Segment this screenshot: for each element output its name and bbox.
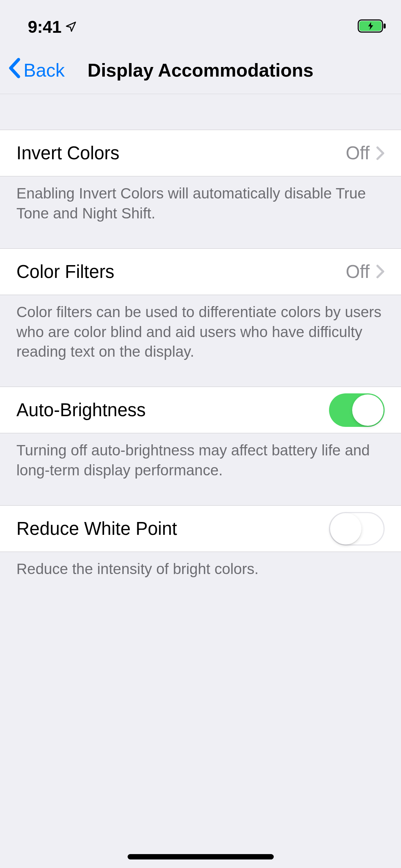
location-services-icon <box>65 21 77 33</box>
color-filters-value: Off <box>346 261 370 282</box>
navigation-bar: Back Display Accommodations <box>0 46 401 94</box>
status-time: 9:41 <box>28 17 61 37</box>
invert-colors-value: Off <box>346 143 370 164</box>
status-left: 9:41 <box>28 17 77 37</box>
svg-rect-2 <box>384 24 386 29</box>
reduce-white-point-footer: Reduce the intensity of bright colors. <box>0 552 401 593</box>
color-filters-label: Color Filters <box>16 261 346 282</box>
invert-colors-footer: Enabling Invert Colors will automaticall… <box>0 176 401 238</box>
auto-brightness-toggle[interactable] <box>329 393 385 427</box>
chevron-left-icon <box>8 57 21 83</box>
settings-content: Invert Colors Off Enabling Invert Colors… <box>0 94 401 593</box>
invert-colors-label: Invert Colors <box>16 143 346 164</box>
auto-brightness-label: Auto-Brightness <box>16 399 329 420</box>
reduce-white-point-label: Reduce White Point <box>16 518 329 539</box>
back-label: Back <box>24 60 65 81</box>
chevron-right-icon <box>376 264 385 279</box>
status-bar: 9:41 <box>0 0 401 46</box>
reduce-white-point-row: Reduce White Point <box>0 505 401 552</box>
auto-brightness-row: Auto-Brightness <box>0 387 401 433</box>
chevron-right-icon <box>376 146 385 160</box>
home-indicator[interactable] <box>128 854 274 859</box>
back-button[interactable]: Back <box>8 57 65 83</box>
invert-colors-row[interactable]: Invert Colors Off <box>0 130 401 176</box>
battery-charging-icon <box>358 19 387 34</box>
color-filters-row[interactable]: Color Filters Off <box>0 248 401 295</box>
page-title: Display Accommodations <box>88 60 314 81</box>
status-right <box>358 19 387 34</box>
auto-brightness-footer: Turning off auto-brightness may affect b… <box>0 433 401 495</box>
reduce-white-point-toggle[interactable] <box>329 512 385 546</box>
color-filters-footer: Color filters can be used to differentia… <box>0 295 401 376</box>
